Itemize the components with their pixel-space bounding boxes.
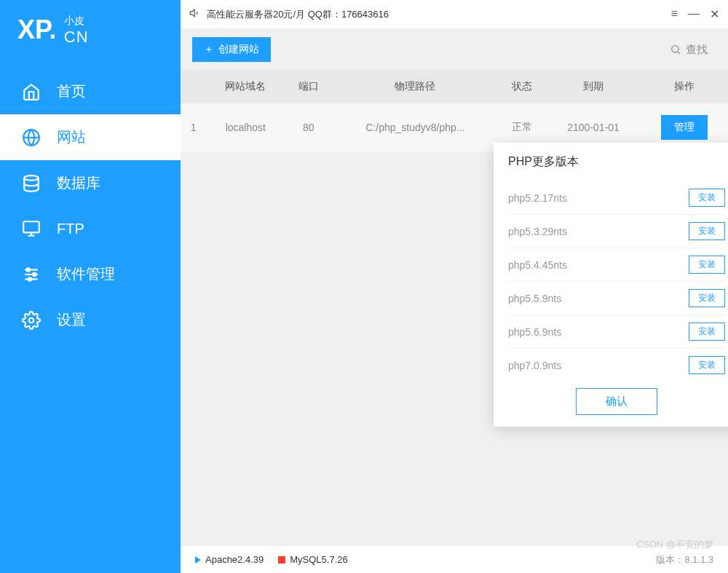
table-header: 网站域名 xyxy=(207,70,285,103)
ftp-icon xyxy=(22,219,41,238)
search-label: 查找 xyxy=(686,43,708,57)
sidebar-item-settings[interactable]: 设置 xyxy=(0,297,181,343)
sidebar: XP. 小皮 CN 首页网站数据库FTP软件管理设置 xyxy=(0,0,181,573)
statusbar: Apache2.4.39MySQL5.7.26 版本：8.1.1.3 xyxy=(181,545,728,573)
version-row: php5.5.9nts安装 xyxy=(508,282,725,315)
table-header: 物理路径 xyxy=(333,70,498,103)
version-label: 版本：8.1.1.3 xyxy=(656,553,713,566)
sidebar-item-ftp[interactable]: FTP xyxy=(0,206,181,251)
install-button[interactable]: 安装 xyxy=(689,356,725,374)
version-row: php5.2.17nts安装 xyxy=(508,181,725,215)
install-button[interactable]: 安装 xyxy=(689,189,725,207)
service-name: Apache2.4.39 xyxy=(205,554,264,565)
svg-point-2 xyxy=(24,175,39,181)
main-area: 高性能云服务器20元/月 QQ群：176643616 ≡ — ✕ ＋ 创建网站 … xyxy=(181,0,728,573)
install-button[interactable]: 安装 xyxy=(689,222,725,240)
sidebar-item-label: 首页 xyxy=(57,82,86,101)
logo: XP. 小皮 CN xyxy=(0,0,181,68)
cell-path: C:/php_studyv8/php... xyxy=(333,103,498,151)
speaker-icon xyxy=(189,7,201,21)
create-site-label: 创建网站 xyxy=(218,43,259,56)
version-row: php5.3.29nts安装 xyxy=(508,215,725,248)
modal-title: PHP更多版本 xyxy=(494,143,728,181)
search-button[interactable]: 查找 xyxy=(661,39,716,61)
svg-point-13 xyxy=(672,46,678,52)
settings-icon xyxy=(22,311,41,330)
table-header: 到期 xyxy=(546,70,641,103)
cell-idx: 1 xyxy=(181,103,207,151)
home-icon xyxy=(22,82,41,101)
play-icon xyxy=(195,556,201,564)
version-list[interactable]: php5.2.17nts安装php5.3.29nts安装php5.4.45nts… xyxy=(508,181,725,376)
cell-domain: localhost xyxy=(207,103,285,151)
search-icon xyxy=(670,44,681,55)
svg-point-12 xyxy=(29,317,34,323)
sites-table: 网站域名端口物理路径状态到期操作 1 localhost 80 C:/php_s… xyxy=(181,70,728,151)
cell-port: 80 xyxy=(285,103,333,151)
logo-sub1: 小皮 xyxy=(64,15,89,28)
svg-point-10 xyxy=(33,272,36,275)
confirm-button[interactable]: 确认 xyxy=(576,388,657,415)
version-name: php5.3.29nts xyxy=(508,226,567,237)
plus-icon: ＋ xyxy=(204,43,214,56)
logo-xp: XP. xyxy=(17,15,56,45)
version-name: php5.4.45nts xyxy=(508,259,567,271)
version-row: php7.0.9nts安装 xyxy=(508,349,725,376)
manage-button[interactable]: 管理 xyxy=(661,115,708,140)
database-icon xyxy=(22,174,41,193)
service-name: MySQL5.7.26 xyxy=(290,554,348,565)
software-icon xyxy=(22,265,41,284)
version-name: php5.6.9nts xyxy=(508,326,561,338)
nav-list: 首页网站数据库FTP软件管理设置 xyxy=(0,68,181,343)
sidebar-item-database[interactable]: 数据库 xyxy=(0,160,181,206)
minimize-icon[interactable]: — xyxy=(688,7,700,21)
svg-point-11 xyxy=(28,277,31,280)
table-header xyxy=(181,70,207,103)
svg-point-9 xyxy=(27,268,30,271)
sidebar-item-software[interactable]: 软件管理 xyxy=(0,251,181,297)
close-icon[interactable]: ✕ xyxy=(710,7,719,21)
sidebar-item-home[interactable]: 首页 xyxy=(0,68,181,114)
sidebar-item-globe[interactable]: 网站 xyxy=(0,114,181,160)
php-versions-modal: PHP更多版本 php5.2.17nts安装php5.3.29nts安装php5… xyxy=(494,143,728,427)
version-name: php7.0.9nts xyxy=(508,360,561,371)
service-indicator[interactable]: Apache2.4.39 xyxy=(195,554,264,565)
svg-rect-3 xyxy=(23,221,39,232)
svg-line-14 xyxy=(678,52,680,54)
sidebar-item-label: 软件管理 xyxy=(57,264,115,284)
create-site-button[interactable]: ＋ 创建网站 xyxy=(192,37,271,62)
sidebar-item-label: 设置 xyxy=(57,310,86,330)
toolbar: ＋ 创建网站 查找 xyxy=(181,29,728,70)
table-header: 端口 xyxy=(285,70,333,103)
titlebar: 高性能云服务器20元/月 QQ群：176643616 ≡ — ✕ xyxy=(181,0,728,29)
stop-icon xyxy=(278,556,285,564)
sidebar-item-label: 网站 xyxy=(57,127,86,147)
menu-icon[interactable]: ≡ xyxy=(671,7,678,21)
globe-icon xyxy=(22,128,41,147)
table-header: 状态 xyxy=(498,70,546,103)
install-button[interactable]: 安装 xyxy=(689,256,725,274)
sidebar-item-label: FTP xyxy=(57,221,84,237)
install-button[interactable]: 安装 xyxy=(689,289,725,307)
version-name: php5.5.9nts xyxy=(508,293,561,304)
version-row: php5.4.45nts安装 xyxy=(508,248,725,282)
version-row: php5.6.9nts安装 xyxy=(508,315,725,349)
announce-text[interactable]: 高性能云服务器20元/月 QQ群：176643616 xyxy=(207,8,389,21)
sidebar-item-label: 数据库 xyxy=(57,173,100,193)
install-button[interactable]: 安装 xyxy=(689,323,725,341)
table-header-row: 网站域名端口物理路径状态到期操作 xyxy=(181,70,728,103)
service-indicator[interactable]: MySQL5.7.26 xyxy=(278,554,348,565)
logo-sub2: CN xyxy=(64,28,89,47)
table-header: 操作 xyxy=(641,70,729,103)
version-name: php5.2.17nts xyxy=(508,192,567,204)
